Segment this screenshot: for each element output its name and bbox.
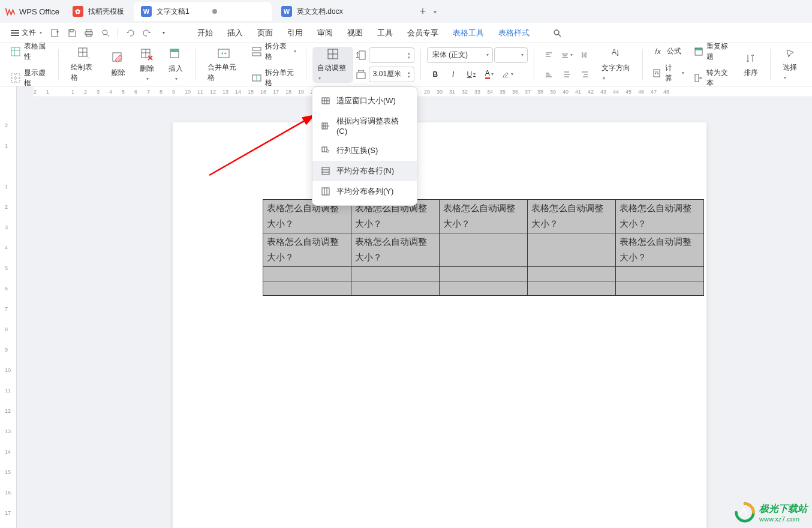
undo-button[interactable]: [122, 25, 139, 41]
menu-table-tools[interactable]: 表格工具: [446, 24, 491, 42]
preview-button[interactable]: [97, 25, 114, 41]
table-cell[interactable]: [351, 267, 440, 281]
align-center-button[interactable]: [558, 67, 575, 82]
spinner-icon[interactable]: ▴▾: [408, 51, 410, 59]
align-middle-button[interactable]: ▾: [558, 47, 575, 63]
svg-rect-36: [359, 51, 365, 59]
row-height-input[interactable]: ▴▾: [369, 47, 414, 63]
bold-button[interactable]: B: [427, 67, 444, 82]
table-cell[interactable]: [528, 267, 616, 281]
table-cell[interactable]: 表格怎么自动调整大小？: [440, 200, 528, 233]
cursor-icon: [783, 48, 798, 60]
gridlines-icon: [11, 73, 20, 83]
col-width-input[interactable]: 3.01厘米▴▾: [369, 67, 414, 82]
fit-window-item[interactable]: 适应窗口大小(W): [312, 91, 417, 111]
table-cell[interactable]: 表格怎么自动调整大小？: [528, 200, 616, 233]
table-cell[interactable]: [440, 267, 528, 281]
table-cell[interactable]: [528, 233, 616, 267]
table-cell[interactable]: [616, 281, 704, 296]
insert-button[interactable]: 插入▾: [163, 47, 189, 83]
tab-doc1[interactable]: W 文字文稿1: [134, 2, 272, 21]
align-top-left-button[interactable]: [540, 47, 557, 63]
redo-button[interactable]: [139, 25, 155, 41]
distribute-cols-item[interactable]: 平均分布各列(Y): [312, 181, 417, 202]
eraser-icon: [111, 51, 125, 65]
underline-button[interactable]: U▾: [463, 67, 480, 82]
tab-list-chevron-icon[interactable]: ▾: [434, 8, 437, 15]
document-table[interactable]: 表格怎么自动调整大小？ 表格怎么自动调整大小？ 表格怎么自动调整大小？ 表格怎么…: [263, 199, 704, 296]
table-cell[interactable]: [616, 267, 704, 281]
fit-content-item[interactable]: 根据内容调整表格(C): [312, 111, 417, 140]
menu-view[interactable]: 视图: [340, 24, 370, 42]
italic-button[interactable]: I: [445, 67, 462, 82]
table-cell[interactable]: [263, 281, 351, 296]
menu-insert[interactable]: 插入: [220, 24, 250, 42]
vertical-ruler[interactable]: 211234567891011121314151617181920: [0, 86, 17, 528]
repeat-header-button[interactable]: 重复标题: [690, 39, 735, 64]
print-button[interactable]: [80, 25, 97, 41]
add-tab-button[interactable]: +: [414, 3, 431, 20]
merge-cells-button[interactable]: 合并单元格: [202, 47, 246, 83]
text-direction-button[interactable]: A文字方向▾: [596, 47, 637, 83]
menu-table-style[interactable]: 表格样式: [491, 24, 537, 42]
file-menu[interactable]: 文件 ▾: [6, 28, 47, 38]
horizontal-ruler[interactable]: 2112345678910111213141516171819202122232…: [34, 86, 812, 97]
menu-vip[interactable]: 会员专享: [400, 24, 446, 42]
font-color-button[interactable]: A▾: [481, 67, 498, 82]
table-cell[interactable]: 表格怎么自动调整大小？: [616, 200, 704, 233]
align-vertical-button[interactable]: [576, 47, 593, 63]
tab-doc2[interactable]: W 英文文档.docx: [274, 2, 412, 21]
svg-line-10: [558, 34, 561, 37]
separator: [642, 49, 643, 80]
align-right-button[interactable]: [576, 67, 593, 82]
sort-icon: [744, 51, 758, 65]
table-cell[interactable]: [528, 281, 616, 296]
eraser-button[interactable]: 擦除: [105, 47, 131, 83]
table-cell[interactable]: 表格怎么自动调整大小？: [263, 233, 351, 267]
svg-line-8: [107, 34, 109, 37]
align-bottom-left-button[interactable]: [540, 67, 557, 82]
sort-button[interactable]: 排序: [738, 47, 764, 83]
separator: [306, 49, 306, 80]
table-properties-button[interactable]: 表格属性: [7, 39, 52, 64]
chevron-down-icon: ▾: [521, 52, 524, 58]
highlight-button[interactable]: ▾: [499, 67, 516, 82]
formula-button[interactable]: fx公式: [649, 44, 688, 59]
table-row[interactable]: [263, 281, 704, 296]
chevron-down-icon: ▾: [40, 30, 42, 35]
font-size-select[interactable]: ▾: [494, 47, 528, 63]
table-cell[interactable]: [351, 281, 440, 296]
select-button[interactable]: 选择▾: [777, 47, 805, 83]
table-cell[interactable]: 表格怎么自动调整大小？: [616, 233, 704, 267]
save-button[interactable]: [64, 25, 80, 41]
split-table-button[interactable]: 拆分表格▾: [248, 39, 300, 64]
svg-rect-28: [218, 49, 229, 58]
document-page[interactable]: 表格怎么自动调整大小？ 表格怎么自动调整大小？ 表格怎么自动调整大小？ 表格怎么…: [173, 122, 706, 528]
font-family-select[interactable]: 宋体 (正文)▾: [427, 47, 493, 63]
distribute-rows-item[interactable]: 平均分布各行(N): [312, 161, 417, 181]
search-button[interactable]: [549, 25, 566, 41]
more-menu-button[interactable]: ▾: [155, 25, 172, 41]
swap-rowcol-item[interactable]: 行列互换(S): [312, 140, 417, 161]
menu-review[interactable]: 审阅: [310, 24, 340, 42]
separator: [58, 49, 59, 80]
calculate-button[interactable]: 计算▾: [649, 61, 688, 86]
table-cell[interactable]: [440, 281, 528, 296]
spinner-icon[interactable]: ▴▾: [408, 70, 410, 79]
table-cell[interactable]: [263, 267, 351, 281]
table-row[interactable]: 表格怎么自动调整大小？ 表格怎么自动调整大小？ 表格怎么自动调整大小？: [263, 233, 704, 267]
table-cell[interactable]: [440, 233, 528, 267]
repeat-header-icon: [694, 46, 703, 57]
svg-rect-27: [170, 49, 179, 52]
menu-start[interactable]: 开始: [190, 24, 220, 42]
delete-button[interactable]: 删除▾: [134, 47, 160, 83]
table-row[interactable]: [263, 267, 704, 281]
auto-adjust-button[interactable]: 自动调整 ▾: [312, 47, 353, 83]
svg-rect-4: [86, 29, 91, 32]
watermark: 极光下载站 www.xz7.com: [734, 502, 807, 523]
table-cell[interactable]: 表格怎么自动调整大小？: [351, 233, 440, 267]
draw-table-button[interactable]: 绘制表格: [65, 47, 103, 83]
tab-templates[interactable]: ✿ 找稻壳模板: [65, 2, 131, 21]
chevron-down-icon: ▾: [175, 76, 178, 82]
menu-tools[interactable]: 工具: [370, 24, 400, 42]
